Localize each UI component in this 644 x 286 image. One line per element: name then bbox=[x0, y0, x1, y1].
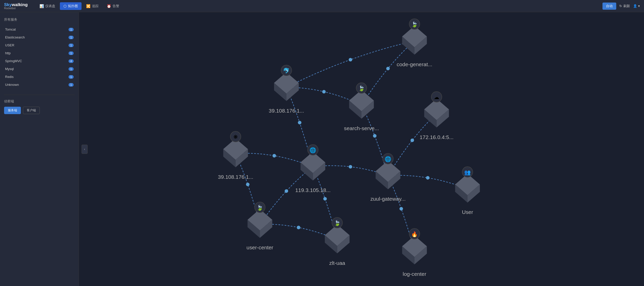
node-label-User: User bbox=[462, 209, 473, 215]
service-item-http[interactable]: http1 bbox=[4, 49, 75, 57]
probe-title: 侦察端 bbox=[4, 99, 75, 104]
divider bbox=[4, 95, 75, 95]
sidebar-section-title: 所有服务 bbox=[4, 17, 75, 22]
leaf-icon: 🍃 bbox=[358, 85, 365, 92]
edge-dot bbox=[285, 189, 288, 193]
node-label-code-generat: code-generat... bbox=[397, 61, 432, 67]
node-172-16-0-4[interactable]: ☁172.16.0.4:5... bbox=[420, 92, 453, 140]
service-list: Tomcat1Elasticsearch1USER1http1SpringMVC… bbox=[4, 25, 75, 89]
service-item-redis[interactable]: Redis1 bbox=[4, 73, 75, 81]
probe-section: 侦察端 服务端客户端 bbox=[4, 99, 75, 114]
node-User[interactable]: 👥User bbox=[455, 167, 480, 215]
leaf-icon: 🍃 bbox=[334, 220, 341, 226]
edge-search-server-code-generat bbox=[361, 41, 414, 105]
edge-dot bbox=[349, 58, 352, 61]
auto-button[interactable]: 自动 bbox=[602, 3, 616, 10]
alarm-icon: ⏰ bbox=[107, 4, 111, 8]
globe-blue-icon: 🌐 bbox=[385, 156, 391, 162]
edge-dot bbox=[297, 226, 300, 229]
node-label-user-center: user-center bbox=[247, 244, 273, 250]
edge-119-3-105-18-user-center bbox=[260, 167, 313, 224]
nav-item-dashboard[interactable]: 📊仪表盘 bbox=[36, 2, 59, 10]
fire-icon: 🔥 bbox=[411, 231, 418, 238]
mysql-icon: 🐬 bbox=[283, 67, 290, 74]
node-label-39-108-176-1a: 39.108.176.1... bbox=[269, 108, 304, 114]
nav-item-topology[interactable]: ⬡拓扑图 bbox=[60, 2, 82, 10]
edge-dot bbox=[349, 165, 352, 169]
logo-subtitle: Rocketbot bbox=[4, 7, 16, 10]
service-item-user[interactable]: USER1 bbox=[4, 41, 75, 49]
edge-dot bbox=[426, 176, 430, 180]
probe-buttons: 服务端客户端 bbox=[4, 107, 75, 114]
main-layout: 所有服务 Tomcat1Elasticsearch1USER1http1Spri… bbox=[0, 12, 644, 286]
globe-white-icon: 🌐 bbox=[310, 147, 316, 154]
user-chevron: ▾ bbox=[638, 4, 640, 8]
logo: Skywalking Rocketbot bbox=[4, 2, 28, 10]
node-label-search-server: search-serve... bbox=[344, 125, 379, 131]
node-search-server[interactable]: 🍃search-serve... bbox=[344, 83, 379, 131]
refresh-button[interactable]: ↻ 刷新 bbox=[619, 4, 630, 8]
node-log-center[interactable]: 🔥log-center bbox=[402, 228, 427, 277]
collapse-sidebar-button[interactable]: ‹ bbox=[82, 145, 88, 154]
user-menu[interactable]: 👤 ▾ bbox=[633, 4, 640, 8]
nav-item-alarm[interactable]: ⏰告警 bbox=[103, 2, 123, 10]
edge-dot bbox=[322, 90, 326, 93]
edge-dot bbox=[323, 197, 327, 201]
logo-text: Skywalking bbox=[4, 2, 28, 7]
leaf-icon: 🍃 bbox=[257, 205, 263, 211]
node-code-generat[interactable]: 🍃code-generat... bbox=[397, 19, 432, 67]
topology-svg: 🍃code-generat...🐬39.108.176.1...🍃search-… bbox=[79, 12, 644, 286]
edge-dot bbox=[298, 121, 301, 125]
top-navigation: Skywalking Rocketbot 📊仪表盘⬡拓扑图🔀追踪⏰告警 自动 ↻… bbox=[0, 0, 644, 12]
service-item-springmvc[interactable]: SpringMVC4 bbox=[4, 57, 75, 65]
cloud-icon: ☁ bbox=[434, 94, 439, 100]
node-39-108-176-1a[interactable]: 🐬39.108.176.1... bbox=[269, 65, 304, 114]
node-zuul-gateway[interactable]: 🌐zuul-gateway... bbox=[370, 153, 406, 202]
trace-icon: 🔀 bbox=[86, 4, 90, 8]
leaf-icon: 🍃 bbox=[411, 21, 418, 28]
edge-dot bbox=[373, 134, 377, 138]
edge-dot bbox=[386, 67, 390, 70]
node-119-3-105-18[interactable]: 🌐119.3.105.18... bbox=[295, 145, 331, 193]
nav-item-trace[interactable]: 🔀追踪 bbox=[83, 2, 102, 10]
user-icon: 👤 bbox=[633, 4, 637, 8]
edge-dot bbox=[273, 154, 276, 158]
node-label-zuul-gateway: zuul-gateway... bbox=[370, 196, 406, 202]
edge-dot bbox=[410, 139, 414, 142]
edge-zuul-gateway-172-16-0-4 bbox=[388, 114, 437, 176]
service-item-unknown[interactable]: Unknown1 bbox=[4, 81, 75, 89]
refresh-icon: ↻ bbox=[619, 4, 622, 8]
edge-39-108-176-1a-code-generat bbox=[286, 41, 414, 87]
probe-btn-服务端[interactable]: 服务端 bbox=[4, 107, 21, 114]
nav-items: 📊仪表盘⬡拓扑图🔀追踪⏰告警 bbox=[36, 2, 602, 10]
edge-dot bbox=[399, 207, 403, 211]
service-item-elasticsearch[interactable]: Elasticsearch1 bbox=[4, 33, 75, 41]
topology-area: ‹ 🍃code-generat...🐬39.108.176.1...🍃searc… bbox=[79, 12, 644, 286]
node-zlt-uaa[interactable]: 🍃zlt-uaa bbox=[325, 217, 350, 266]
sidebar: 所有服务 Tomcat1Elasticsearch1USER1http1Spri… bbox=[0, 12, 79, 286]
node-label-zlt-uaa: zlt-uaa bbox=[329, 260, 345, 266]
edge-39-108-176-1a-119-3-105-18 bbox=[286, 87, 313, 167]
node-label-39-108-176-1b: 39.108.176.1... bbox=[218, 174, 253, 180]
dashboard-icon: 📊 bbox=[39, 4, 44, 8]
nav-right: 自动 ↻ 刷新 👤 ▾ bbox=[602, 3, 640, 10]
topology-icon: ⬡ bbox=[63, 4, 66, 8]
node-label-119-3-105-18: 119.3.105.18... bbox=[295, 187, 331, 193]
node-label-log-center: log-center bbox=[403, 271, 426, 277]
service-item-mysql[interactable]: Mysql1 bbox=[4, 65, 75, 73]
node-39-108-176-1b[interactable]: ❋39.108.176.1... bbox=[218, 131, 253, 180]
probe-btn-客户端[interactable]: 客户端 bbox=[23, 107, 40, 114]
redis-icon: ❋ bbox=[233, 134, 238, 140]
node-user-center[interactable]: 🍃user-center bbox=[247, 202, 273, 250]
users-icon: 👥 bbox=[464, 169, 471, 176]
node-label-172-16-0-4: 172.16.0.4:5... bbox=[420, 134, 453, 140]
service-item-tomcat[interactable]: Tomcat1 bbox=[4, 25, 75, 33]
edge-dot bbox=[246, 183, 250, 186]
